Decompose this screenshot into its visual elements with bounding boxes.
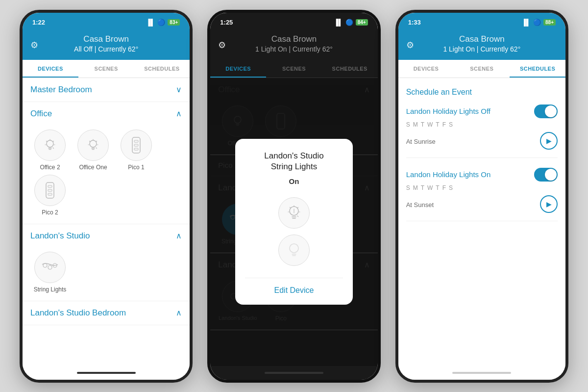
modal-bulb-off[interactable] — [278, 235, 310, 266]
tab-bar-3: DEVICES SCENES SCHEDULES — [398, 60, 565, 78]
tab-devices-3[interactable]: DEVICES — [398, 60, 454, 78]
status-icons-3: ▐▌ 🔵 88+ — [522, 19, 556, 26]
battery-3: 88+ — [543, 19, 556, 26]
modal-status: On — [289, 177, 299, 185]
room-header-office[interactable]: Office ∧ — [23, 102, 190, 126]
device-office-one[interactable]: Office One — [74, 130, 113, 171]
time-3: 1:33 — [408, 19, 421, 26]
home-bar-2 — [265, 372, 323, 374]
device-pico1[interactable]: Pico 1 — [117, 130, 156, 171]
svg-point-0 — [47, 140, 53, 147]
chevron-landons-bedroom: ∧ — [176, 308, 182, 317]
room-name-landons-bedroom: Landon's Studio Bedroom — [30, 308, 126, 318]
schedule-name-2: Landon Holiday Lights On — [406, 170, 534, 179]
room-header-master[interactable]: Master Bedroom ∨ — [23, 78, 190, 102]
schedule-row-bottom-2: At Sunset ▶ — [406, 195, 558, 213]
status-bar-1: 1:22 ▐▌ 🔵 83+ — [23, 13, 190, 30]
modal-edit-button[interactable]: Edit Device — [274, 282, 314, 297]
schedule-row-bottom-1: At Sunrise ▶ — [406, 132, 558, 150]
modal-overlay[interactable]: Landon's Studio String Lights On — [210, 78, 377, 366]
toggle-1[interactable] — [534, 105, 558, 118]
schedule-item-2: Landon Holiday Lights On S M T W T F S A… — [406, 168, 558, 221]
tab-devices-1[interactable]: DEVICES — [23, 60, 78, 78]
device-label-pico2-office: Pico 2 — [42, 209, 58, 216]
device-office2[interactable]: Office 2 — [30, 130, 70, 171]
tab-schedules-1[interactable]: SCHEDULES — [134, 60, 190, 78]
device-icon-pico1 — [121, 130, 152, 161]
room-master-bedroom: Master Bedroom ∨ — [23, 78, 190, 102]
header-status-1: All Off | Currently 62° — [30, 45, 182, 53]
wifi-icon-1: 🔵 — [157, 19, 165, 26]
schedule-header-2: Landon Holiday Lights On — [406, 168, 558, 182]
chevron-master: ∨ — [176, 85, 182, 94]
play-btn-1[interactable]: ▶ — [540, 132, 558, 150]
device-string-lights[interactable]: String Lights — [30, 252, 70, 293]
modal-title: Landon's Studio String Lights — [264, 151, 323, 172]
device-icon-office-one — [77, 130, 109, 161]
phone-content-3: Schedule an Event Landon Holiday Lights … — [398, 78, 565, 366]
room-office: Office ∧ Office 2 — [23, 102, 190, 224]
phone-3: 1:33 ▐▌ 🔵 88+ ⚙ Casa Brown 1 Light On | … — [395, 10, 568, 383]
schedule-time-2: At Sunset — [406, 201, 434, 209]
signal-icon-2: ▐▌ — [334, 19, 343, 26]
play-icon-2: ▶ — [546, 200, 552, 208]
phone-1: 1:22 ▐▌ 🔵 83+ ⚙ Casa Brown All Off | Cur… — [20, 10, 193, 383]
header-status-3: 1 Light On | Currently 62° — [406, 45, 558, 53]
day-m2: M — [413, 184, 418, 191]
day-t1-1: T — [421, 121, 424, 128]
wifi-icon-3: 🔵 — [533, 19, 541, 26]
status-icons-1: ▐▌ 🔵 83+ — [146, 19, 180, 26]
phone-2: 1:25 ▐▌ 🔵 84+ ⚙ Casa Brown 1 Light On | … — [207, 10, 380, 383]
home-indicator-3 — [398, 366, 565, 380]
tab-schedules-2[interactable]: SCHEDULES — [322, 60, 378, 78]
room-landons-studio: Landon's Studio ∧ String — [23, 224, 190, 301]
room-header-landons-bedroom[interactable]: Landon's Studio Bedroom ∧ — [23, 301, 190, 325]
device-label-string-lights: String Lights — [34, 286, 67, 293]
modal-title-line2: String Lights — [271, 162, 318, 171]
play-btn-2[interactable]: ▶ — [540, 195, 558, 213]
modal-card: Landon's Studio String Lights On — [235, 139, 353, 305]
modal-bulb-on[interactable] — [278, 197, 310, 229]
day-f2: F — [442, 184, 446, 191]
tab-scenes-2[interactable]: SCENES — [266, 60, 322, 78]
device-icon-pico2 — [34, 175, 66, 206]
home-bar-1 — [77, 372, 136, 374]
svg-rect-9 — [48, 193, 52, 195]
svg-rect-6 — [46, 183, 54, 198]
phone-content-2: Office ∧ Office 2 — [210, 78, 377, 366]
home-indicator-2 — [210, 366, 377, 380]
day-m1: M — [413, 121, 418, 128]
modal-divider — [245, 278, 343, 278]
room-header-landons[interactable]: Landon's Studio ∧ — [23, 224, 190, 248]
day-s2-1: S — [406, 184, 410, 191]
tab-devices-2[interactable]: DEVICES — [210, 60, 266, 78]
day-t2-2: T — [436, 184, 439, 191]
tab-schedules-3[interactable]: SCHEDULES — [510, 60, 565, 78]
home-name-3: Casa Brown — [406, 34, 558, 44]
modal-icons — [278, 197, 310, 266]
home-name-2: Casa Brown — [218, 34, 369, 44]
room-name-landons: Landon's Studio — [30, 231, 90, 241]
home-indicator-1 — [23, 366, 190, 380]
tab-scenes-1[interactable]: SCENES — [78, 60, 134, 78]
toggle-2[interactable] — [534, 168, 558, 182]
landons-devices: String Lights — [23, 248, 190, 301]
time-2: 1:25 — [220, 19, 233, 26]
tab-scenes-3[interactable]: SCENES — [454, 60, 510, 78]
svg-point-1 — [90, 140, 97, 147]
tab-bar-2: DEVICES SCENES SCHEDULES — [210, 60, 377, 78]
signal-icon-3: ▐▌ — [522, 19, 531, 26]
play-icon-1: ▶ — [546, 137, 552, 145]
phone-content-1: Master Bedroom ∨ Office ∧ — [23, 78, 190, 366]
device-pico2-office[interactable]: Pico 2 — [30, 175, 70, 216]
modal-title-line1: Landon's Studio — [264, 151, 323, 160]
room-name-master: Master Bedroom — [30, 85, 92, 95]
device-icon-string-lights — [34, 252, 66, 283]
day-s2-2: S — [449, 184, 453, 191]
tab-bar-1: DEVICES SCENES SCHEDULES — [23, 60, 190, 78]
days-row-2: S M T W T F S — [406, 184, 558, 191]
schedule-an-event-btn[interactable]: Schedule an Event — [406, 86, 558, 105]
day-w1: W — [427, 121, 433, 128]
chevron-office: ∧ — [176, 109, 182, 118]
home-bar-3 — [452, 372, 511, 374]
